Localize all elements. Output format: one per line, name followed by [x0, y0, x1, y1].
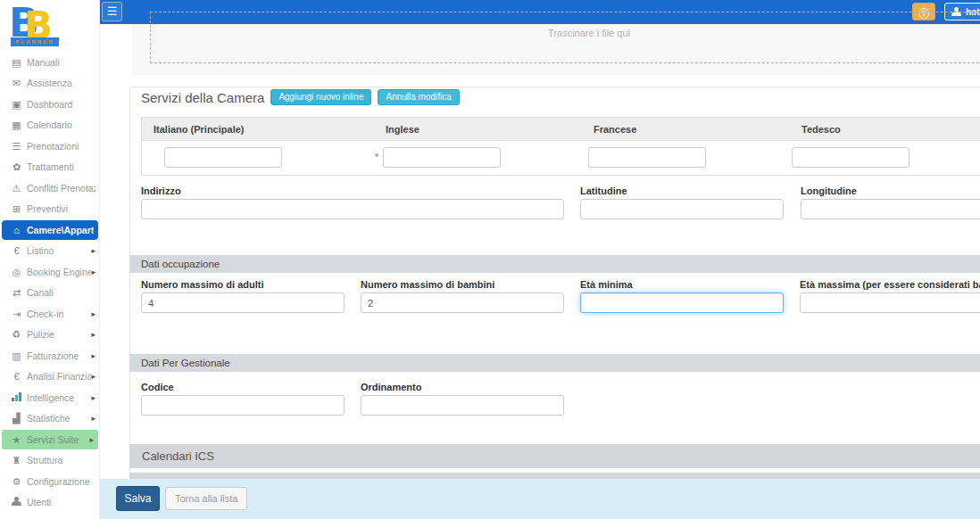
chevron-right-icon: ▸ — [91, 309, 96, 318]
latitudine-input[interactable] — [580, 199, 784, 219]
field-ordinamento: Ordinamento — [361, 382, 564, 416]
logo-banner-text: PLANNER — [11, 37, 59, 46]
document-icon: ⊞ — [11, 203, 22, 214]
sidebar-item-configurazione[interactable]: ⚙ Configurazione — [0, 471, 100, 492]
file-dropzone[interactable]: Trascinare i file qui — [150, 12, 980, 63]
bed-icon: ⌂ — [11, 225, 22, 235]
table-row: * — [142, 141, 980, 175]
chevron-right-icon: ▸ — [91, 330, 96, 339]
chevron-right-icon: ▸ — [89, 435, 94, 444]
sidebar-item-prenotazioni[interactable]: ☰ Prenotazioni — [0, 136, 100, 157]
column-header-inglese: Inglese — [386, 118, 419, 141]
sidebar-item-booking-engine[interactable]: ◎ Booking Engine ▸ — [0, 261, 100, 283]
star-icon: ★ — [11, 434, 22, 445]
service-name-input-italiano-principale[interactable] — [164, 147, 282, 168]
service-name-input-tedesco[interactable] — [792, 147, 909, 168]
cleaning-icon: ♻ — [11, 329, 22, 340]
sidebar-item-canali[interactable]: ⇄ Canali — [0, 283, 100, 304]
field-label: Latitudine — [580, 185, 784, 196]
service-name-input-francese[interactable] — [588, 147, 706, 168]
table-header-row: Italiano (Principale)IngleseFranceseTede… — [142, 118, 980, 141]
euro-icon: € — [11, 371, 22, 382]
shuffle-icon: ⇄ — [11, 287, 22, 298]
column-header-italiano-principale: Italiano (Principale) — [154, 118, 244, 141]
room-services-table: Italiano (Principale)IngleseFranceseTede… — [141, 117, 980, 176]
codice-input[interactable] — [141, 395, 345, 416]
save-button[interactable]: Salva — [116, 486, 160, 511]
sidebar-item-pulizie[interactable]: ♻ Pulizie ▸ — [0, 325, 100, 346]
field-label: Ordinamento — [361, 382, 564, 392]
field-latitudine: Latitudine — [580, 185, 784, 219]
back-to-list-button[interactable]: Torna alla lista — [165, 487, 247, 510]
sidebar-item-dashboard[interactable]: ▣ Dashboard — [0, 94, 100, 115]
chevron-right-icon: ▸ — [91, 372, 96, 381]
sidebar-item-analisi-finanziarie[interactable]: € Analisi Finanziarie ▸ — [0, 367, 100, 388]
sidebar-item-intelligence[interactable]: Intelligence ▸ — [0, 387, 100, 408]
field-label: Numero massimo di adulti — [141, 279, 345, 290]
sidebar-item-conflitti-prenotazioni[interactable]: ⚠ Conflitti Prenotazioni — [0, 177, 100, 199]
field-label: Numero massimo di bambini — [361, 279, 564, 290]
sidebar-item-trattamenti[interactable]: ✿ Trattamenti — [0, 157, 100, 178]
sidebar-item-preventivi[interactable]: ⊞ Preventivi — [0, 199, 100, 220]
sidebar-item-fatturazione[interactable]: ▥ Fatturazione ▸ — [0, 345, 100, 367]
hamburger-icon: ☰ — [107, 4, 118, 18]
field-codice: Codice — [141, 382, 345, 416]
field-label: Età massima (per essere considerati bamb… — [800, 279, 980, 290]
user-icon — [11, 497, 22, 507]
globe-icon: ◎ — [11, 267, 22, 277]
book-icon: ▤ — [11, 57, 22, 68]
chevron-right-icon: ▸ — [91, 414, 96, 423]
sidebar: B B PLANNER ▤ Manuali ✉ Assistenza ▣ Das… — [0, 0, 100, 519]
sidebar-item-camere-appartamenti[interactable]: ⌂ Camere\Appartamenti — [2, 220, 98, 240]
section-bar-calendari-ics: Calendari ICS — [129, 444, 980, 468]
field-label: Indirizzo — [141, 185, 564, 196]
field-numero-massimo-di-bambini: Numero massimo di bambini — [361, 279, 564, 313]
partial-section-strip — [129, 473, 980, 479]
field-label: Longitudine — [801, 185, 980, 196]
add-inline-button[interactable]: Aggiungi nuovo inline — [270, 89, 371, 105]
field-longitudine: Longitudine — [801, 185, 980, 219]
list-icon: ☰ — [11, 141, 22, 152]
longitudine-input[interactable] — [801, 199, 980, 219]
euro-icon: € — [11, 245, 22, 256]
numero-massimo-di-adulti-input[interactable] — [141, 292, 345, 313]
numero-massimo-di-bambini-input[interactable] — [361, 292, 564, 313]
ordinamento-input[interactable] — [361, 395, 564, 416]
chevron-right-icon: ▸ — [91, 351, 96, 360]
et-minima-input[interactable] — [580, 292, 784, 313]
hamburger-menu-button[interactable]: ☰ — [102, 2, 122, 21]
indirizzo-input[interactable] — [141, 199, 564, 219]
column-header-francese: Francese — [594, 118, 636, 141]
chart-icon: ▟ — [11, 413, 22, 424]
gear-icon: ⚙ — [11, 476, 22, 487]
section-title-servizi-camera: Servizi della Camera — [141, 90, 264, 105]
app-logo[interactable]: B B PLANNER — [9, 4, 64, 48]
sidebar-item-servizi-suite[interactable]: ★ Servizi Suite ▸ — [2, 430, 98, 449]
warning-icon: ⚠ — [11, 183, 22, 194]
sidebar-item-check-in[interactable]: ⇥ Check-in ▸ — [0, 303, 100, 325]
sidebar-item-struttura[interactable]: ♜ Struttura — [0, 450, 100, 472]
chevron-right-icon: ▸ — [91, 268, 96, 276]
footer-action-bar: Salva Torna alla lista — [100, 479, 980, 519]
spa-icon: ✿ — [11, 161, 22, 172]
field-label: Codice — [141, 382, 345, 392]
sidebar-item-manuali[interactable]: ▤ Manuali — [0, 52, 100, 73]
sidebar-item-listino[interactable]: € Listino ▸ — [0, 241, 100, 262]
field-et-massima-per-essere-considerati-bambini: Età massima (per essere considerati bamb… — [800, 279, 980, 313]
main-content: Trascinare i file qui Servizi della Came… — [100, 24, 980, 479]
sidebar-item-assistenza[interactable]: ✉ Assistenza — [0, 73, 100, 95]
building-icon: ♜ — [11, 455, 22, 465]
et-massima-per-essere-considerati-bambini-input[interactable] — [800, 292, 980, 313]
section-bar-dati-occupazione: Dati occupazione — [129, 255, 980, 273]
dropzone-hint: Trascinare i file qui — [151, 28, 980, 38]
sidebar-item-calendario[interactable]: ▦ Calendario — [0, 115, 100, 136]
sidebar-item-utenti[interactable]: Utenti — [0, 492, 100, 514]
field-indirizzo: Indirizzo — [141, 185, 564, 219]
bar-chart-icon — [11, 392, 22, 403]
envelope-icon: ✉ — [11, 78, 22, 88]
sidebar-item-statistiche[interactable]: ▟ Statistiche ▸ — [0, 408, 100, 430]
field-et-minima: Età minima — [580, 279, 784, 313]
chevron-right-icon: ▸ — [91, 246, 96, 255]
service-name-input-inglese[interactable] — [383, 147, 501, 168]
cancel-edit-button[interactable]: Annulla modifica — [378, 89, 459, 105]
